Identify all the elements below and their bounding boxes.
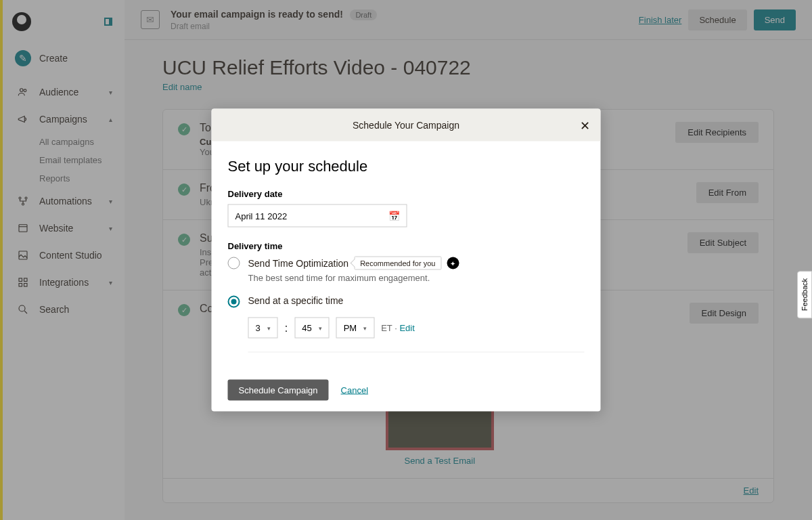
opt-desc: The best send time for maximum engagemen… — [248, 273, 585, 283]
time-label: Delivery time — [228, 241, 585, 251]
radio-icon — [228, 296, 240, 308]
hour-select[interactable]: 3▾ — [248, 318, 278, 339]
date-value: April 11 2022 — [235, 211, 288, 221]
timezone-label: ET · Edit — [381, 323, 415, 333]
date-input[interactable]: April 11 2022 📅 — [228, 204, 407, 228]
calendar-icon: 📅 — [388, 211, 400, 221]
close-icon[interactable]: ✕ — [580, 118, 590, 133]
schedule-campaign-button[interactable]: Schedule Campaign — [228, 380, 329, 401]
sparkle-icon: ✦ — [447, 257, 459, 269]
minute-select[interactable]: 45▾ — [294, 318, 329, 339]
ampm-select[interactable]: PM▾ — [336, 318, 375, 339]
schedule-modal: Schedule Your Campaign ✕ Set up your sch… — [212, 109, 601, 412]
date-label: Delivery date — [228, 189, 585, 199]
radio-specific-time[interactable]: Send at a specific time — [228, 295, 585, 308]
edit-tz-link[interactable]: Edit — [399, 323, 414, 333]
cancel-link[interactable]: Cancel — [341, 385, 368, 395]
radio-send-time-opt[interactable]: Send Time Optimization Recommended for y… — [228, 257, 585, 270]
feedback-tab[interactable]: Feedback — [797, 271, 812, 318]
modal-title: Set up your schedule — [228, 158, 585, 175]
modal-header: Schedule Your Campaign ✕ — [212, 109, 601, 142]
recommended-badge: Recommended for you — [354, 257, 441, 270]
radio-icon — [228, 257, 240, 269]
